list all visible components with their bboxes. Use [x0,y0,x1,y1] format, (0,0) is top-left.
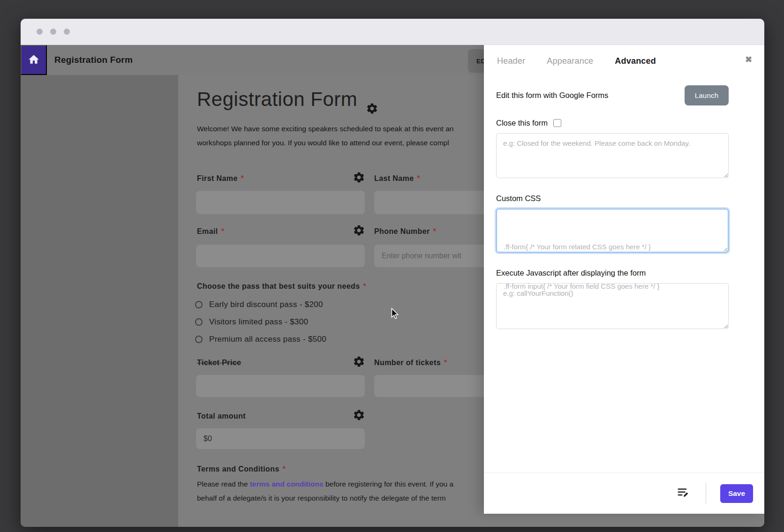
number-of-tickets-label: Number of tickets* [374,359,447,367]
first-name-settings-gear-icon[interactable] [353,171,365,184]
radio-icon[interactable] [195,301,203,308]
execute-js-textarea[interactable] [496,283,729,329]
window-titlebar [21,19,764,45]
ticket-price-label: Ticket Price [197,359,241,367]
google-forms-label: Edit this form with Google Forms [496,91,608,100]
last-name-label: Last Name* [374,174,420,183]
email-input[interactable] [196,245,365,267]
pass-option-premium[interactable]: Premium all access pass - $500 [195,335,326,344]
form-intro-line2: workshops planned for you. If you would … [197,136,453,150]
form-settings-panel: Header Appearance Advanced ✖ Edit this f… [484,45,764,514]
form-title: Registration Form [197,88,357,111]
custom-css-textarea[interactable] [496,209,729,253]
form-settings-gear-icon[interactable] [366,102,378,115]
tab-appearance[interactable]: Appearance [547,56,593,66]
save-button[interactable]: Save [720,484,753,503]
toolbar-form-title: Registration Form [54,55,133,65]
close-form-label: Close this form [496,119,548,127]
total-amount-input[interactable] [196,428,365,449]
custom-css-label: Custom CSS [496,194,729,203]
close-form-checkbox[interactable] [553,119,561,127]
close-form-message-textarea[interactable] [496,133,729,178]
phone-label: Phone Number* [374,227,436,236]
email-label: Email* [197,227,224,236]
panel-tabs: Header Appearance Advanced ✖ [484,45,764,74]
ticket-price-settings-gear-icon[interactable] [353,355,365,368]
window-control-dot[interactable] [37,29,43,35]
first-name-label: First Name* [197,174,244,183]
pass-option-visitors[interactable]: Visitors limited pass - $300 [195,317,308,327]
execute-js-label: Execute Javascript after displaying the … [496,269,729,277]
mouse-cursor [389,307,401,320]
total-amount-settings-gear-icon[interactable] [353,409,365,421]
pass-group-label: Choose the pass that best suits your nee… [197,282,366,291]
tab-advanced[interactable]: Advanced [615,56,656,66]
form-intro-line1: Welcome! We have some exciting speakers … [197,122,453,136]
window-control-dot[interactable] [64,29,70,35]
window-control-dot[interactable] [50,29,56,35]
home-icon [28,53,40,67]
total-amount-label: Total amount [197,412,246,420]
terms-line1: Please read the terms and conditions bef… [197,480,453,488]
radio-icon[interactable] [195,318,203,326]
close-icon[interactable]: ✖ [745,55,752,64]
email-settings-gear-icon[interactable] [353,224,365,237]
footer-divider [706,483,706,504]
form-intro-text: Welcome! We have some exciting speakers … [197,122,453,150]
terms-label: Terms and Conditions* [197,465,286,473]
tab-header[interactable]: Header [497,56,525,66]
browser-window: Registration Form EDI Registration Form … [21,19,764,527]
launch-button[interactable]: Launch [685,85,729,105]
terms-and-conditions-link[interactable]: terms and conditions [250,480,324,488]
edit-note-icon[interactable] [676,486,692,502]
terms-line2: behalf of a delegate/s it is your respon… [197,494,446,502]
panel-footer: Save [484,472,764,514]
home-button[interactable] [21,45,47,75]
first-name-input[interactable] [196,191,365,214]
radio-icon[interactable] [195,336,203,343]
pass-option-early-bird[interactable]: Early bird discount pass - $200 [195,300,323,309]
ticket-price-input[interactable] [196,375,365,397]
